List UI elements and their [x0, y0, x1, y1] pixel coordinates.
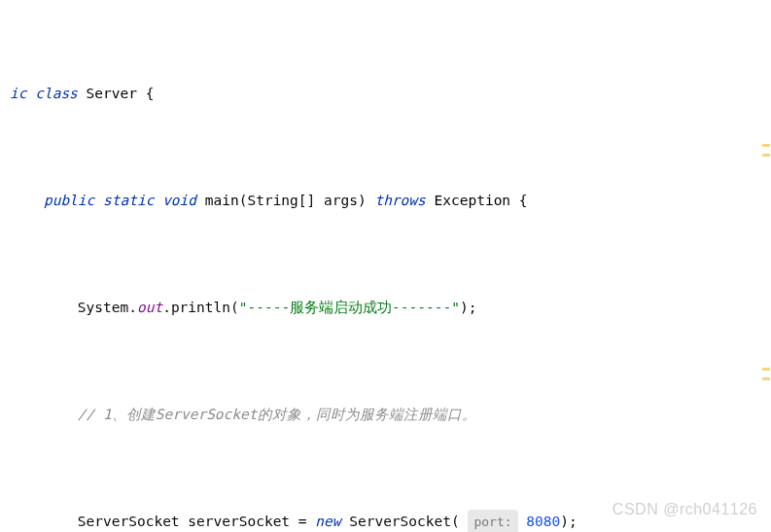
static-field: out [137, 295, 162, 322]
brace: { [137, 81, 154, 108]
code-editor[interactable]: ic class Server { public static void mai… [0, 0, 771, 532]
string-literal: "-----服务端启动成功-------" [239, 295, 460, 322]
marker[interactable] [762, 144, 770, 147]
brace: { [510, 188, 527, 215]
number: 8080 [518, 509, 561, 532]
text: System. [78, 295, 137, 322]
keyword: throws [374, 188, 425, 215]
marker[interactable] [762, 377, 770, 380]
marker[interactable] [762, 154, 770, 157]
text: ServerSocket( [340, 509, 468, 532]
marker[interactable] [762, 368, 770, 371]
code-line[interactable]: ic class Server { [10, 81, 771, 108]
text: .println( [162, 295, 239, 322]
text: ); [560, 509, 577, 532]
text [78, 81, 87, 108]
exception: Exception [435, 188, 511, 215]
error-stripe[interactable] [761, 0, 771, 532]
inlay-hint: port: [468, 510, 517, 532]
text: ); [460, 295, 476, 322]
code-line[interactable]: System.out.println("-----服务端启动成功-------"… [10, 295, 771, 322]
code-line[interactable]: public static void main(String[] args) t… [10, 188, 771, 215]
comment: // 1、创建ServerSocket的对象，同时为服务端注册端口。 [78, 402, 476, 429]
method-name: main [205, 188, 239, 215]
keyword: new [315, 509, 340, 532]
text: ServerSocket serverSocket = [78, 509, 315, 532]
watermark: CSDN @rch041126 [613, 495, 757, 524]
keyword: ic class [10, 81, 78, 108]
params: (String[] args) [239, 188, 367, 215]
class-name: Server [87, 81, 137, 108]
keyword: public static void [44, 188, 196, 215]
code-line[interactable]: // 1、创建ServerSocket的对象，同时为服务端注册端口。 [10, 402, 771, 429]
